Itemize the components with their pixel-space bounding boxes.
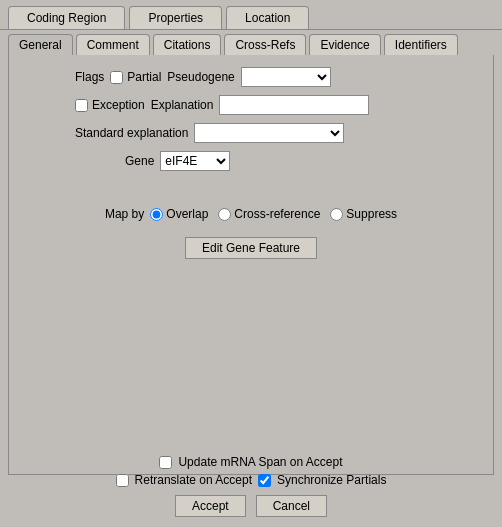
cross-reference-label: Cross-reference <box>234 207 320 221</box>
synchronize-checkbox[interactable] <box>258 474 271 487</box>
pseudogene-label: Pseudogene <box>167 70 234 84</box>
cross-reference-radio-label[interactable]: Cross-reference <box>218 207 320 221</box>
suppress-radio-label[interactable]: Suppress <box>330 207 397 221</box>
subtab-citations[interactable]: Citations <box>153 34 222 55</box>
subtab-general[interactable]: General <box>8 34 73 55</box>
overlap-label: Overlap <box>166 207 208 221</box>
edit-gene-feature-container: Edit Gene Feature <box>25 237 477 259</box>
subtab-cross-refs[interactable]: Cross-Refs <box>224 34 306 55</box>
cross-reference-radio[interactable] <box>218 208 231 221</box>
synchronize-label: Synchronize Partials <box>277 473 386 487</box>
bottom-section: Update mRNA Span on Accept Retranslate o… <box>0 455 502 517</box>
standard-explanation-select[interactable] <box>194 123 344 143</box>
retranslate-row: Retranslate on Accept Synchronize Partia… <box>116 473 387 487</box>
cancel-button[interactable]: Cancel <box>256 495 327 517</box>
update-mrna-checkbox[interactable] <box>159 456 172 469</box>
flags-label: Flags <box>75 70 104 84</box>
map-by-row: Map by Overlap Cross-reference Suppress <box>25 207 477 221</box>
update-mrna-label: Update mRNA Span on Accept <box>178 455 342 469</box>
tab-location[interactable]: Location <box>226 6 309 29</box>
subtab-comment[interactable]: Comment <box>76 34 150 55</box>
bottom-buttons: Accept Cancel <box>175 495 327 517</box>
accept-button[interactable]: Accept <box>175 495 246 517</box>
retranslate-checkbox[interactable] <box>116 474 129 487</box>
overlap-radio[interactable] <box>150 208 163 221</box>
map-by-radio-group: Overlap Cross-reference Suppress <box>150 207 397 221</box>
overlap-radio-label[interactable]: Overlap <box>150 207 208 221</box>
update-mrna-row: Update mRNA Span on Accept <box>159 455 342 469</box>
subtab-identifiers[interactable]: Identifiers <box>384 34 458 55</box>
gene-row: Gene eIF4E <box>25 151 477 171</box>
map-by-label: Map by <box>105 207 144 221</box>
exception-checkbox[interactable] <box>75 99 88 112</box>
edit-gene-feature-button[interactable]: Edit Gene Feature <box>185 237 317 259</box>
exception-label: Exception <box>92 98 145 112</box>
tab-coding-region[interactable]: Coding Region <box>8 6 125 29</box>
gene-label: Gene <box>125 154 154 168</box>
exception-row: Exception Explanation <box>25 95 477 115</box>
subtab-evidence[interactable]: Evidence <box>309 34 380 55</box>
tab-properties[interactable]: Properties <box>129 6 222 29</box>
standard-explanation-row: Standard explanation <box>25 123 477 143</box>
suppress-label: Suppress <box>346 207 397 221</box>
explanation-label: Explanation <box>151 98 214 112</box>
pseudogene-select[interactable]: processed unprocessed unitary allelic un… <box>241 67 331 87</box>
partial-label: Partial <box>127 70 161 84</box>
suppress-radio[interactable] <box>330 208 343 221</box>
standard-explanation-label: Standard explanation <box>75 126 188 140</box>
explanation-input[interactable] <box>219 95 369 115</box>
gene-select[interactable]: eIF4E <box>160 151 230 171</box>
content-area: Flags Partial Pseudogene processed unpro… <box>8 55 494 475</box>
flags-row: Flags Partial Pseudogene processed unpro… <box>25 67 477 87</box>
partial-checkbox[interactable] <box>110 71 123 84</box>
retranslate-label: Retranslate on Accept <box>135 473 252 487</box>
